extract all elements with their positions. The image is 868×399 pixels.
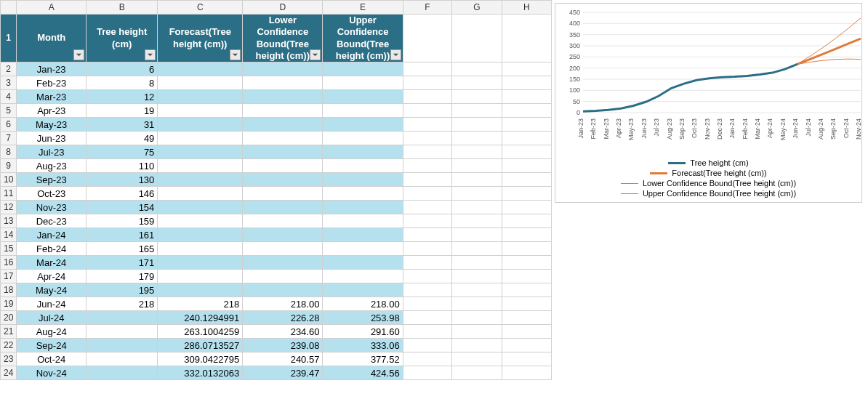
cell-lower-bound[interactable]: [243, 270, 323, 283]
row-header[interactable]: 10: [1, 173, 17, 187]
cell-tree-height[interactable]: 6: [86, 63, 157, 76]
cell-upper-bound[interactable]: [323, 173, 403, 187]
cell-lower-bound[interactable]: [243, 104, 323, 118]
table-column-header[interactable]: Tree height (cm): [86, 15, 157, 63]
row-header[interactable]: 9: [1, 159, 17, 173]
cell-month[interactable]: Jul-24: [17, 311, 87, 325]
cell-upper-bound[interactable]: [323, 104, 403, 118]
row-header[interactable]: 2: [1, 63, 17, 76]
cell[interactable]: [502, 311, 551, 325]
cell[interactable]: [452, 242, 502, 256]
cell-upper-bound[interactable]: 424.56: [323, 366, 403, 380]
cell-lower-bound[interactable]: 239.08: [243, 339, 323, 352]
cell[interactable]: [403, 256, 452, 270]
row-header[interactable]: 7: [1, 132, 17, 145]
cell-upper-bound[interactable]: [323, 118, 403, 132]
cell[interactable]: [502, 339, 551, 352]
row-header[interactable]: 11: [1, 187, 17, 201]
cell-forecast[interactable]: [158, 214, 243, 228]
cell-tree-height[interactable]: 12: [86, 90, 157, 104]
table-column-header[interactable]: Lower Confidence Bound(Tree height (cm)): [243, 15, 323, 63]
cell-tree-height[interactable]: [86, 339, 157, 352]
cell-tree-height[interactable]: 218: [86, 297, 157, 311]
row-header[interactable]: 12: [1, 201, 17, 214]
cell-lower-bound[interactable]: [243, 76, 323, 90]
row-header[interactable]: 18: [1, 283, 17, 297]
row-header[interactable]: 8: [1, 145, 17, 159]
forecast-chart[interactable]: 050100150200250300350400450Jan-23Feb-23M…: [555, 3, 862, 203]
cell-month[interactable]: Aug-23: [17, 159, 87, 173]
cell-upper-bound[interactable]: [323, 283, 403, 297]
row-header[interactable]: 17: [1, 270, 17, 283]
cell[interactable]: [403, 15, 452, 63]
cell[interactable]: [403, 325, 452, 339]
cell-lower-bound[interactable]: [243, 145, 323, 159]
cell[interactable]: [403, 173, 452, 187]
cell-lower-bound[interactable]: [243, 118, 323, 132]
cell[interactable]: [502, 297, 551, 311]
cell-month[interactable]: Jan-24: [17, 228, 87, 242]
table-column-header[interactable]: Upper Confidence Bound(Tree height (cm)): [323, 15, 403, 63]
cell-month[interactable]: Feb-24: [17, 242, 87, 256]
column-header-E[interactable]: E: [323, 1, 403, 15]
cell[interactable]: [502, 283, 551, 297]
cell-month[interactable]: May-23: [17, 118, 87, 132]
cell-upper-bound[interactable]: [323, 159, 403, 173]
cell[interactable]: [502, 76, 551, 90]
cell-tree-height[interactable]: 31: [86, 118, 157, 132]
cell-lower-bound[interactable]: [243, 90, 323, 104]
cell-tree-height[interactable]: 146: [86, 187, 157, 201]
cell-tree-height[interactable]: 110: [86, 159, 157, 173]
cell-tree-height[interactable]: 159: [86, 214, 157, 228]
row-header[interactable]: 5: [1, 104, 17, 118]
row-header[interactable]: 20: [1, 311, 17, 325]
cell-upper-bound[interactable]: [323, 270, 403, 283]
cell-month[interactable]: Nov-24: [17, 366, 87, 380]
cell-month[interactable]: Nov-23: [17, 201, 87, 214]
cell-lower-bound[interactable]: [243, 63, 323, 76]
cell[interactable]: [452, 118, 502, 132]
cell-forecast[interactable]: [158, 118, 243, 132]
cell[interactable]: [502, 256, 551, 270]
cell-upper-bound[interactable]: 253.98: [323, 311, 403, 325]
cell[interactable]: [452, 352, 502, 366]
cell[interactable]: [403, 76, 452, 90]
cell[interactable]: [403, 283, 452, 297]
cell[interactable]: [502, 15, 551, 63]
cell-upper-bound[interactable]: [323, 242, 403, 256]
row-header[interactable]: 13: [1, 214, 17, 228]
cell-month[interactable]: Dec-23: [17, 214, 87, 228]
cell-forecast[interactable]: [158, 187, 243, 201]
filter-dropdown-icon[interactable]: [230, 49, 241, 60]
cell-tree-height[interactable]: [86, 311, 157, 325]
row-header[interactable]: 3: [1, 76, 17, 90]
row-header[interactable]: 14: [1, 228, 17, 242]
cell[interactable]: [403, 311, 452, 325]
cell[interactable]: [452, 228, 502, 242]
cell-lower-bound[interactable]: [243, 187, 323, 201]
cell-lower-bound[interactable]: 240.57: [243, 352, 323, 366]
cell[interactable]: [452, 311, 502, 325]
table-column-header[interactable]: Forecast(Tree height (cm)): [158, 15, 243, 63]
cell-tree-height[interactable]: 49: [86, 132, 157, 145]
cell[interactable]: [502, 173, 551, 187]
cell[interactable]: [403, 270, 452, 283]
cell-month[interactable]: Feb-23: [17, 76, 87, 90]
cell-upper-bound[interactable]: [323, 145, 403, 159]
cell-tree-height[interactable]: 171: [86, 256, 157, 270]
cell-lower-bound[interactable]: [243, 132, 323, 145]
cell-tree-height[interactable]: [86, 366, 157, 380]
cell[interactable]: [502, 63, 551, 76]
cell[interactable]: [403, 132, 452, 145]
filter-dropdown-icon[interactable]: [145, 49, 156, 60]
cell-forecast[interactable]: [158, 173, 243, 187]
cell[interactable]: [502, 352, 551, 366]
cell-month[interactable]: Jan-23: [17, 63, 87, 76]
cell-tree-height[interactable]: 195: [86, 283, 157, 297]
cell[interactable]: [502, 366, 551, 380]
cell-forecast[interactable]: [158, 228, 243, 242]
filter-dropdown-icon[interactable]: [390, 49, 401, 60]
cell-forecast[interactable]: [158, 201, 243, 214]
cell-upper-bound[interactable]: [323, 132, 403, 145]
cell-lower-bound[interactable]: 234.60: [243, 325, 323, 339]
